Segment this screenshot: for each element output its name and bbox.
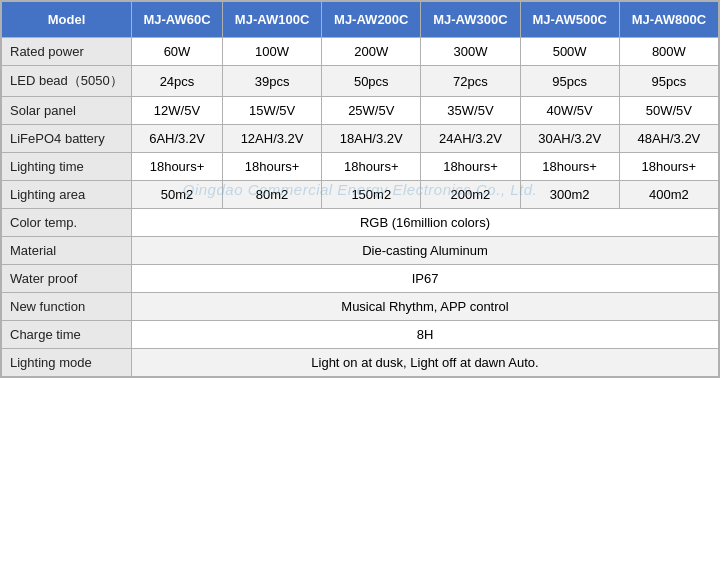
row-cell: 18hours+ [520,153,619,181]
row-cell: 300W [421,38,520,66]
row-cell: 800W [619,38,718,66]
row-cell: 500W [520,38,619,66]
row-cell: 24AH/3.2V [421,125,520,153]
row-span-value: 8H [132,321,719,349]
row-span-value: IP67 [132,265,719,293]
table-row: New functionMusical Rhythm, APP control [2,293,719,321]
table-row: LiFePO4 battery6AH/3.2V12AH/3.2V18AH/3.2… [2,125,719,153]
row-label: New function [2,293,132,321]
table-row: Color temp.RGB (16million colors) [2,209,719,237]
row-label: Lighting mode [2,349,132,377]
table-row: Lighting modeLight on at dusk, Light off… [2,349,719,377]
header-row: Model MJ-AW60C MJ-AW100C MJ-AW200C MJ-AW… [2,2,719,38]
row-cell: 300m2 [520,181,619,209]
row-cell: 200W [322,38,421,66]
row-cell: 40W/5V [520,97,619,125]
header-col2: MJ-AW100C [222,2,321,38]
row-label: Color temp. [2,209,132,237]
table-row: Lighting area50m280m2150m2200m2300m2400m… [2,181,719,209]
row-cell: 200m2 [421,181,520,209]
row-span-value: Die-casting Aluminum [132,237,719,265]
row-cell: 15W/5V [222,97,321,125]
row-cell: 12W/5V [132,97,223,125]
row-cell: 18hours+ [132,153,223,181]
row-cell: 100W [222,38,321,66]
row-cell: 72pcs [421,66,520,97]
row-cell: 150m2 [322,181,421,209]
row-cell: 18hours+ [421,153,520,181]
product-table: Model MJ-AW60C MJ-AW100C MJ-AW200C MJ-AW… [1,1,719,377]
table-row: Rated power60W100W200W300W500W800W [2,38,719,66]
row-cell: 18AH/3.2V [322,125,421,153]
row-label: Lighting time [2,153,132,181]
row-cell: 35W/5V [421,97,520,125]
row-label: Charge time [2,321,132,349]
row-cell: 95pcs [520,66,619,97]
row-label: Water proof [2,265,132,293]
row-cell: 18hours+ [619,153,718,181]
row-label: LiFePO4 battery [2,125,132,153]
row-cell: 48AH/3.2V [619,125,718,153]
table-row: LED bead（5050）24pcs39pcs50pcs72pcs95pcs9… [2,66,719,97]
row-cell: 39pcs [222,66,321,97]
row-cell: 50m2 [132,181,223,209]
row-cell: 18hours+ [222,153,321,181]
row-cell: 18hours+ [322,153,421,181]
row-span-value: Light on at dusk, Light off at dawn Auto… [132,349,719,377]
row-cell: 80m2 [222,181,321,209]
table-row: Water proofIP67 [2,265,719,293]
row-cell: 24pcs [132,66,223,97]
header-col1: MJ-AW60C [132,2,223,38]
header-col6: MJ-AW800C [619,2,718,38]
row-span-value: Musical Rhythm, APP control [132,293,719,321]
table-row: Solar panel12W/5V15W/5V25W/5V35W/5V40W/5… [2,97,719,125]
row-cell: 30AH/3.2V [520,125,619,153]
header-col5: MJ-AW500C [520,2,619,38]
header-col4: MJ-AW300C [421,2,520,38]
row-cell: 6AH/3.2V [132,125,223,153]
row-label: Lighting area [2,181,132,209]
header-col3: MJ-AW200C [322,2,421,38]
row-span-value: RGB (16million colors) [132,209,719,237]
table-row: Lighting time18hours+18hours+18hours+18h… [2,153,719,181]
row-label: LED bead（5050） [2,66,132,97]
row-label: Material [2,237,132,265]
row-cell: 50W/5V [619,97,718,125]
row-cell: 400m2 [619,181,718,209]
row-cell: 12AH/3.2V [222,125,321,153]
table-row: MaterialDie-casting Aluminum [2,237,719,265]
header-model: Model [2,2,132,38]
table-row: Charge time8H [2,321,719,349]
row-cell: 25W/5V [322,97,421,125]
row-label: Solar panel [2,97,132,125]
product-table-wrapper: Qingdao Commercial Energy Electronics Co… [0,0,720,378]
row-cell: 50pcs [322,66,421,97]
row-label: Rated power [2,38,132,66]
row-cell: 60W [132,38,223,66]
row-cell: 95pcs [619,66,718,97]
